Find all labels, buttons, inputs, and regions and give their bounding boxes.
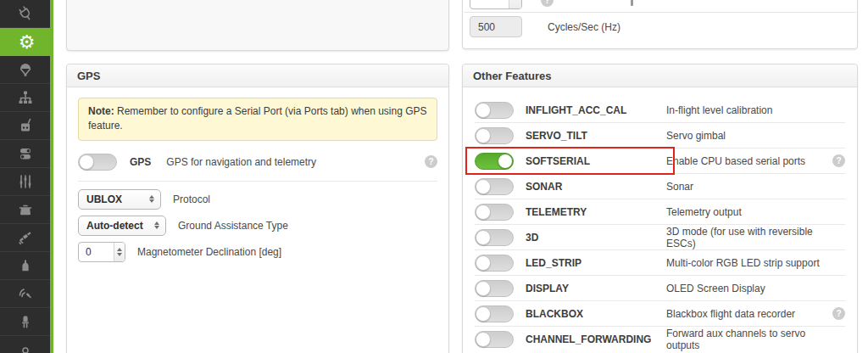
- led-icon: [17, 313, 34, 330]
- sidebar: ⚙: [0, 0, 53, 353]
- sidebar-item-8[interactable]: [0, 224, 50, 252]
- toggle-led_strip[interactable]: [475, 255, 514, 272]
- gps-help-icon[interactable]: [425, 155, 437, 168]
- gps-declination-value: 0: [79, 243, 114, 261]
- sidebar-item-0[interactable]: [0, 0, 50, 28]
- sidebar-item-1[interactable]: ⚙: [0, 28, 53, 56]
- gps-feature-description: GPS for navigation and telemetry: [166, 156, 316, 168]
- gps-protocol-select[interactable]: UBLOX: [78, 189, 161, 210]
- sidebar-item-6[interactable]: [0, 168, 50, 196]
- loop-time-help-icon[interactable]: [541, 0, 554, 7]
- cycles-per-sec-input: 500: [470, 16, 522, 37]
- feature-name: SERVO_TILT: [526, 130, 666, 142]
- gps-protocol-value: UBLOX: [86, 193, 122, 205]
- cycles-per-sec-value: 500: [478, 21, 495, 33]
- gps-toggle[interactable]: [78, 154, 117, 171]
- toggle-sonar[interactable]: [475, 178, 514, 195]
- toggle-servo_tilt[interactable]: [475, 127, 514, 144]
- toggle-3d[interactable]: [475, 229, 514, 246]
- gps-declination-stepper[interactable]: [114, 243, 125, 261]
- feature-name: CHANNEL_FORWARDING: [526, 333, 666, 345]
- feature-description: Telemetry output: [666, 206, 832, 218]
- sitemap-icon: [17, 89, 34, 106]
- feature-description: Sonar: [666, 181, 832, 193]
- toggle-telemetry[interactable]: [475, 204, 514, 221]
- gps-note-label: Note:: [88, 105, 114, 117]
- sidebar-items: ⚙: [0, 0, 53, 353]
- toggle-channel_forwarding[interactable]: [475, 331, 514, 348]
- gps-declination-row: 0 Magnetometer Declination [deg]: [78, 242, 437, 262]
- sidebar-item-9[interactable]: [0, 252, 50, 280]
- system-config-panel: 2000 500 Cycles/Sec (Hz): [462, 0, 858, 49]
- feature-name: SOFTSERIAL: [526, 155, 666, 167]
- feature-description: 3D mode (for use with reversible ESCs): [666, 226, 832, 249]
- other-features-header: Other Features: [463, 64, 857, 87]
- pot-icon: [17, 201, 34, 218]
- toggles-icon: [17, 145, 34, 162]
- toggle-inflight_acc_cal[interactable]: [475, 102, 514, 119]
- help-icon-blackbox[interactable]: [832, 307, 845, 320]
- select-arrows-icon: [154, 221, 159, 229]
- divider: [78, 181, 437, 182]
- loop-time-input[interactable]: 2000: [470, 0, 522, 9]
- feature-row-servo_tilt: SERVO_TILT Servo gimbal: [475, 123, 845, 148]
- feature-description: Multi-color RGB LED strip support: [666, 257, 832, 269]
- sidebar-item-3[interactable]: [0, 84, 50, 112]
- gps-declination-input[interactable]: 0: [78, 242, 125, 262]
- gps-feature-row: GPS GPS for navigation and telemetry: [78, 151, 437, 173]
- feature-name: SONAR: [526, 181, 666, 193]
- feature-name: 3D: [526, 232, 666, 244]
- toggle-display[interactable]: [475, 280, 514, 297]
- gps-panel-title: GPS: [77, 70, 100, 82]
- feature-name: INFLIGHT_ACC_CAL: [526, 104, 666, 116]
- loop-time-stepper[interactable]: [509, 0, 521, 8]
- feature-row-led_strip: LED_STRIP Multi-color RGB LED strip supp…: [475, 250, 845, 276]
- gps-panel: GPS Note: Remember to configure a Serial…: [66, 64, 449, 353]
- sidebar-item-10[interactable]: [0, 280, 50, 308]
- other-features-panel: Other Features INFLIGHT_ACC_CAL In-fligh…: [462, 64, 858, 353]
- gps-panel-header: GPS: [67, 64, 448, 87]
- bottle-icon: [17, 257, 34, 274]
- feature-row-3d: 3D 3D mode (for use with reversible ESCs…: [475, 225, 845, 250]
- sidebar-item-4[interactable]: [0, 112, 50, 140]
- cycles-per-sec-label: Cycles/Sec (Hz): [548, 16, 620, 37]
- gps-protocol-label: Protocol: [173, 193, 210, 205]
- feature-description: Enable CPU based serial ports: [666, 155, 832, 167]
- sidebar-item-7[interactable]: [0, 196, 50, 224]
- feature-description: In-flight level calibration: [666, 104, 832, 116]
- gps-assistance-label: Ground Assistance Type: [178, 220, 288, 232]
- sidebar-item-5[interactable]: [0, 140, 50, 168]
- loop-time-value: 2000: [470, 0, 509, 8]
- divider: [464, 12, 856, 13]
- feature-description: Blackbox flight data recorder: [666, 308, 832, 320]
- feature-row-telemetry: TELEMETRY Telemetry output: [475, 199, 845, 225]
- gps-feature-name: GPS: [130, 156, 151, 168]
- cutoff-text-fragment: [631, 0, 633, 6]
- help-icon-softserial[interactable]: [832, 154, 845, 167]
- feature-description: OLED Screen Display: [666, 283, 832, 294]
- toggle-blackbox[interactable]: [475, 305, 514, 322]
- transmitter-icon: [17, 117, 34, 134]
- feature-row-softserial: SOFTSERIAL Enable CPU based serial ports: [475, 148, 845, 174]
- feature-row-sonar: SONAR Sonar: [475, 174, 845, 199]
- toggle-softserial[interactable]: [475, 153, 514, 170]
- feature-row-inflight_acc_cal: INFLIGHT_ACC_CAL In-flight level calibra…: [475, 98, 845, 123]
- gps-assistance-select[interactable]: Auto-detect: [78, 216, 166, 236]
- gps-declination-label: Magnetometer Declination [deg]: [137, 246, 281, 258]
- feature-row-blackbox: BLACKBOX Blackbox flight data recorder: [475, 301, 845, 327]
- sidebar-item-11[interactable]: [0, 308, 50, 336]
- feature-name: LED_STRIP: [526, 257, 666, 269]
- sidebar-item-12[interactable]: [0, 336, 50, 353]
- sliders-icon: [17, 173, 34, 190]
- satellite-icon: [17, 229, 34, 246]
- feature-description: Forward aux channels to servo outputs: [666, 328, 832, 351]
- gps-note-text: Remember to configure a Serial Port (via…: [88, 105, 427, 132]
- feature-name: BLACKBOX: [526, 308, 666, 320]
- feature-description: Servo gimbal: [666, 130, 832, 142]
- gps-protocol-row: UBLOX Protocol: [78, 189, 437, 210]
- feature-row-display: DISPLAY OLED Screen Display: [475, 276, 845, 301]
- power-plug-icon: [17, 5, 34, 22]
- feature-name: TELEMETRY: [526, 206, 666, 218]
- select-arrows-icon: [149, 195, 154, 203]
- sidebar-item-2[interactable]: [0, 56, 50, 84]
